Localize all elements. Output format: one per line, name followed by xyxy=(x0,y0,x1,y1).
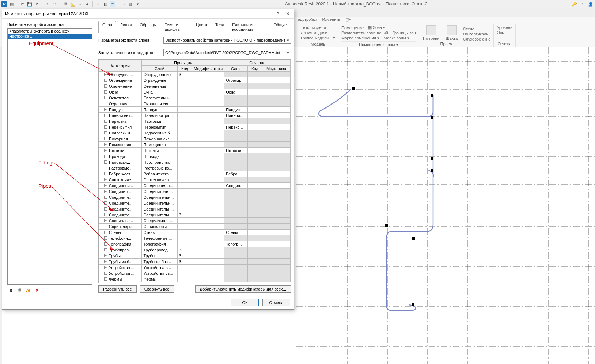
expand-icon[interactable]: + xyxy=(104,260,107,263)
table-row[interactable]: +Телефонн...Телефонные ... xyxy=(99,235,291,241)
tab-patterns[interactable]: Образцы xyxy=(136,21,160,33)
text-icon[interactable]: A xyxy=(84,1,90,7)
room-tag-btn[interactable]: Марка помещения ▾ xyxy=(341,36,379,41)
list-item[interactable]: Настройка 1 xyxy=(8,34,92,39)
expand-icon[interactable]: + xyxy=(104,137,107,140)
expand-icon[interactable]: + xyxy=(104,236,107,240)
expand-icon[interactable]: + xyxy=(104,207,107,211)
table-row[interactable]: +ОзеленениеОзеленение xyxy=(99,83,291,89)
table-row[interactable]: +Ребра жест...Ребра жестко...Ребра ... xyxy=(99,171,291,177)
table-row[interactable]: +ПерекрытияПерекрытияПерекр... xyxy=(99,124,291,130)
table-row[interactable]: Охранная с...Охранная сиг... xyxy=(99,101,291,107)
open-icon[interactable]: 🗁 xyxy=(19,1,25,7)
zone-btn[interactable]: ▦ Зона ▾ xyxy=(368,25,385,30)
expand-icon[interactable]: + xyxy=(104,178,107,181)
level-btn[interactable]: Уровень xyxy=(497,25,512,30)
tab-solids[interactable]: Тела xyxy=(211,21,228,33)
expand-icon[interactable]: + xyxy=(104,266,107,269)
grid-btn[interactable]: Ось xyxy=(497,30,504,35)
table-row[interactable]: +Соедините...Соединительн... xyxy=(99,200,291,206)
tab-general[interactable]: Общие xyxy=(270,21,291,33)
ok-button[interactable]: ОК xyxy=(231,299,259,306)
shaft-btn[interactable]: Шахта xyxy=(443,25,461,41)
customize-icon[interactable]: ▾ xyxy=(135,1,141,7)
share-icon[interactable]: ☆ xyxy=(580,1,585,7)
delete-setup-icon[interactable]: ✖ xyxy=(34,287,40,293)
expand-icon[interactable]: + xyxy=(104,79,107,82)
cancel-button[interactable]: Отмена xyxy=(262,299,290,306)
expand-icon[interactable]: + xyxy=(104,120,107,123)
expand-icon[interactable]: + xyxy=(104,248,107,251)
model-group[interactable]: Группа модели xyxy=(301,36,329,40)
table-row[interactable]: +Подвески и...Подвески из б... xyxy=(99,130,291,136)
expand-icon[interactable]: + xyxy=(104,277,107,281)
table-row[interactable]: +Соедините...Соединительн...3 xyxy=(99,212,291,218)
user-icon[interactable]: 👤 xyxy=(588,1,594,7)
expand-icon[interactable]: + xyxy=(104,231,107,234)
table-row[interactable]: +ТрубыТрубы3 xyxy=(99,253,291,259)
table-row[interactable]: Растровые ...Растровые из... xyxy=(99,165,291,171)
table-row[interactable]: +ОграждениеОграждениеОгражд... xyxy=(99,77,291,83)
table-row[interactable]: +СтеныСтеныСтены xyxy=(99,230,291,235)
table-row[interactable]: +Сантехниче...Сантехническ... xyxy=(99,177,291,183)
tab-units[interactable]: Единицы и координаты xyxy=(228,21,269,33)
table-row[interactable]: +ПомещенияПомещения xyxy=(99,142,291,148)
expand-icon[interactable]: + xyxy=(104,190,107,193)
rename-setup-icon[interactable]: AI xyxy=(25,287,31,293)
tab-layers[interactable]: Слои xyxy=(98,21,116,33)
table-row[interactable]: +Простран...Пространства xyxy=(99,159,291,165)
vertical-open-btn[interactable]: По вертикали xyxy=(463,32,489,36)
duplicate-setup-icon[interactable]: 🗐 xyxy=(16,287,23,293)
table-row[interactable]: +Устройства ...Устройства св... xyxy=(99,270,291,276)
tab-text[interactable]: Текст и шрифты xyxy=(161,21,192,33)
table-row[interactable]: +Осветитель...Осветительны... xyxy=(99,95,291,101)
table-row[interactable]: +Соедините...Соединительн... xyxy=(99,206,291,212)
edit-modifiers-button[interactable]: Добавить/изменить модификаторы для всех.… xyxy=(195,285,291,293)
expand-icon[interactable]: + xyxy=(104,213,107,216)
expand-icon[interactable]: + xyxy=(104,131,107,134)
expand-icon[interactable]: + xyxy=(104,172,107,175)
table-row[interactable]: +Соединени...Соединения н...Соедин... xyxy=(99,183,291,189)
expand-icon[interactable]: + xyxy=(104,90,107,94)
keynote-icon[interactable]: 🔑 xyxy=(572,1,577,7)
table-row[interactable]: +Оборудова...Оборудование3 xyxy=(99,72,291,77)
table-row[interactable]: СпринклерыСпринклеры xyxy=(99,224,291,230)
expand-icon[interactable]: + xyxy=(104,96,107,99)
3d-icon[interactable]: ⌂ xyxy=(95,1,101,7)
sync-icon[interactable]: ↺ xyxy=(34,1,40,7)
expand-icon[interactable]: + xyxy=(104,184,107,187)
dim-icon[interactable]: ↔ xyxy=(77,1,83,7)
close-icon[interactable]: ✕ xyxy=(283,10,292,18)
standards-combo[interactable]: C:\ProgramData\Autodesk\RVT 2020\PORTO_D… xyxy=(163,49,291,56)
home-icon[interactable]: ▤ xyxy=(9,1,15,7)
zone-border-btn[interactable]: Границы зон xyxy=(393,31,416,35)
table-row[interactable]: +Трубопров...Трубопровод ...3 xyxy=(99,247,291,253)
switch-windows-icon[interactable]: ▥ xyxy=(128,1,133,7)
table-row[interactable]: +Панели вит...Панели витра...Панели... xyxy=(99,113,291,118)
redo-icon[interactable]: ↷ xyxy=(52,1,58,7)
expand-icon[interactable]: + xyxy=(104,108,107,111)
new-setup-icon[interactable]: 🗎 xyxy=(7,287,14,293)
table-row[interactable]: +Пожарная ...Пожарная сиг... xyxy=(99,136,291,142)
tab-lines[interactable]: Линии xyxy=(116,21,136,33)
expand-icon[interactable]: + xyxy=(104,84,107,88)
save-icon[interactable]: 💾 xyxy=(27,1,33,7)
expand-icon[interactable]: + xyxy=(104,196,107,199)
layers-grid[interactable]: Категория Проекция Сечение Слой Код Моди… xyxy=(98,59,291,283)
expand-icon[interactable]: + xyxy=(104,125,107,129)
table-row[interactable]: +Устройства ...Устройства в... xyxy=(99,265,291,270)
help-icon[interactable]: ? xyxy=(273,10,283,18)
thin-lines-icon[interactable]: ≡ xyxy=(110,1,115,7)
table-row[interactable]: +ОкнаОкнаОкна xyxy=(99,89,291,95)
table-row[interactable]: +ТопографияТопографияТопогр... xyxy=(99,241,291,247)
expand-icon[interactable]: + xyxy=(104,272,107,275)
table-row[interactable]: +ПандусПандусПандус xyxy=(99,107,291,113)
room-btn[interactable]: Помещение xyxy=(341,26,364,30)
table-row[interactable]: +Трубы из б...Трубы из баз...3 xyxy=(99,259,291,265)
collapse-all-button[interactable]: Свернуть все xyxy=(140,285,174,293)
expand-icon[interactable]: + xyxy=(104,201,107,205)
wall-open-btn[interactable]: Стена xyxy=(463,27,474,31)
expand-icon[interactable]: + xyxy=(104,160,107,164)
expand-icon[interactable]: + xyxy=(104,143,107,146)
expand-icon[interactable]: + xyxy=(104,219,107,222)
